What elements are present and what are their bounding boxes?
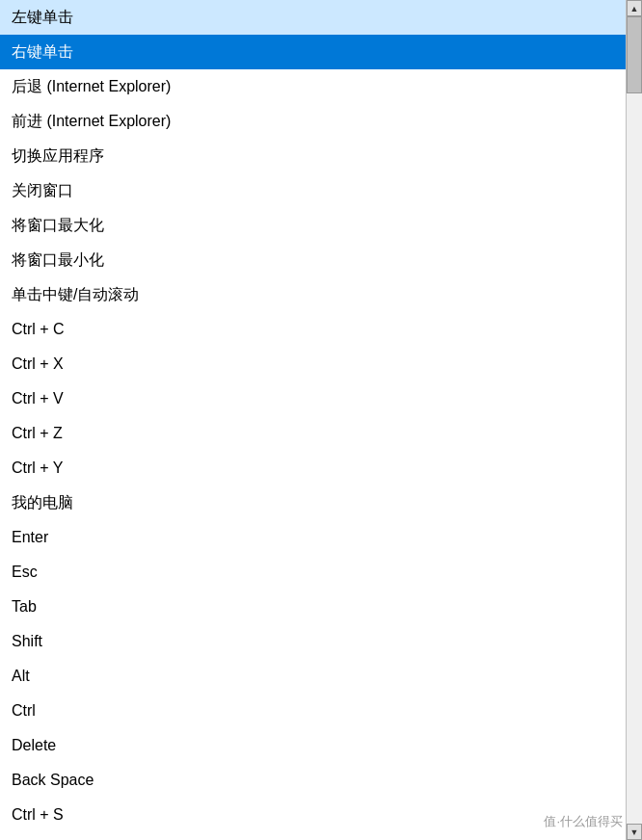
list-item[interactable]: Tab <box>0 590 626 624</box>
action-list[interactable]: 左键单击右键单击后退 (Internet Explorer)前进 (Intern… <box>0 0 626 840</box>
list-item[interactable]: 将窗口最大化 <box>0 208 626 243</box>
list-item[interactable]: 将窗口最小化 <box>0 243 626 277</box>
list-item[interactable]: 左键单击 <box>0 0 626 35</box>
list-item[interactable]: Back Space <box>0 763 626 798</box>
list-item[interactable]: Alt <box>0 659 626 694</box>
list-item[interactable]: Ctrl + Z <box>0 416 626 451</box>
scrollbar[interactable]: ▲ ▼ <box>626 0 642 840</box>
list-container: 左键单击右键单击后退 (Internet Explorer)前进 (Intern… <box>0 0 626 840</box>
list-item[interactable]: 后退 (Internet Explorer) <box>0 69 626 104</box>
list-item[interactable]: Ctrl + V <box>0 381 626 416</box>
list-item[interactable]: 前进 (Internet Explorer) <box>0 104 626 139</box>
list-item[interactable]: 单击中键/自动滚动 <box>0 277 626 312</box>
list-item[interactable]: Ctrl + S <box>0 798 626 832</box>
list-item[interactable]: Ctrl <box>0 694 626 728</box>
scrollbar-up-button[interactable]: ▲ <box>627 0 642 16</box>
list-item[interactable]: Ctrl + C <box>0 312 626 347</box>
list-item[interactable]: Delete <box>0 728 626 763</box>
list-item[interactable]: Esc <box>0 555 626 590</box>
list-item[interactable]: Shift <box>0 624 626 659</box>
list-item[interactable]: Ctrl + Y <box>0 451 626 486</box>
scrollbar-down-button[interactable]: ▼ <box>627 824 642 840</box>
list-item[interactable]: 我的电脑 <box>0 486 626 520</box>
list-item[interactable]: Enter <box>0 520 626 555</box>
list-item[interactable]: 关闭窗口 <box>0 173 626 208</box>
list-item[interactable]: "开始"按钮 <box>0 832 626 840</box>
list-item[interactable]: 切换应用程序 <box>0 139 626 173</box>
scrollbar-thumb[interactable] <box>627 16 642 93</box>
list-item[interactable]: Ctrl + X <box>0 347 626 381</box>
list-item[interactable]: 右键单击 <box>0 35 626 69</box>
scrollbar-thumb-area <box>627 16 642 824</box>
